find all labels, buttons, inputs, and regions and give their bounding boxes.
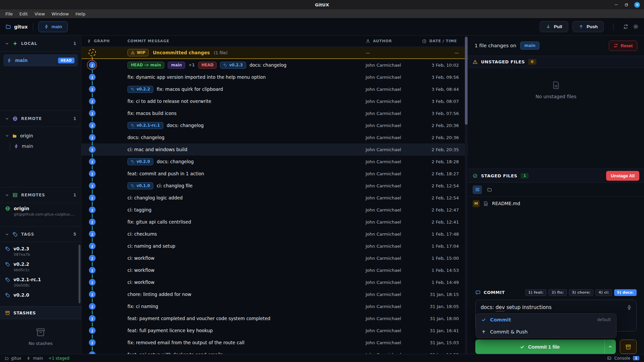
local-branch-main[interactable]: main HEAD	[3, 54, 78, 66]
commit-row[interactable]: JHEAD -> mainmain+1HEADv0.2.3docs: chang…	[82, 59, 468, 71]
menu-file[interactable]: File	[2, 10, 16, 17]
stash-button[interactable]	[620, 340, 637, 354]
tag-badge[interactable]: v0.2.2	[127, 86, 153, 93]
branch-selector-button[interactable]: main	[38, 21, 68, 32]
commit-avatar: J	[89, 243, 96, 249]
remotes-section-label: REMOTES	[21, 193, 45, 197]
changes-branch-badge[interactable]: main	[520, 42, 539, 50]
commit-date: 31 Jan, 14:59	[422, 352, 459, 354]
commit-row[interactable]: Jfix: macos build iconsJohn Carmichael3 …	[82, 107, 468, 119]
commit-message: feat: payment completed and voucher code…	[127, 316, 270, 321]
remote-origin-item[interactable]: origin git@github.com:gitux-co/gitux....	[5, 206, 76, 217]
commit-prefix-chip[interactable]: 2) fix:	[548, 289, 567, 296]
ref-badge[interactable]: HEAD -> main	[127, 62, 164, 69]
commit-message: fix: ci to add to release not overwrite	[127, 99, 211, 104]
commit-row[interactable]: Jci: taggingJohn Carmichael2 Feb, 12:47	[82, 204, 468, 216]
sidebar-scrollbar-thumb[interactable]	[78, 245, 80, 303]
commit-button-main[interactable]: Commit 1 file	[475, 344, 604, 350]
tag-badge[interactable]: v0.2.1-rc.1	[127, 122, 163, 129]
commit-author: John Carmichael	[366, 111, 422, 116]
menu-window[interactable]: Window	[48, 10, 72, 17]
maximize-button[interactable]	[624, 3, 629, 7]
commit-row[interactable]: Jfeat: full payment licence key hookupJo…	[82, 324, 468, 337]
remote-folder-origin[interactable]: origin	[0, 131, 81, 141]
statusbar-repo[interactable]: gitux	[5, 356, 21, 361]
sidebar-section-local[interactable]: LOCAL 1	[0, 36, 81, 52]
commit-row[interactable]: Jci: naming and setupJohn Carmichael1 Fe…	[82, 240, 468, 252]
tag-item[interactable]: v0.2.0	[0, 292, 81, 298]
commit-row[interactable]: Jfix: dynamic app version imported into …	[82, 71, 468, 83]
content: LOCAL 1 main HEAD REMOTE 1 origin	[0, 36, 644, 354]
head-badge: HEAD	[58, 58, 74, 63]
push-arrow-icon	[579, 24, 584, 29]
commit-row[interactable]: Jv0.2.2fix: macos quirk for clipboardJoh…	[82, 83, 468, 95]
commit-row[interactable]: Jci: checkumsJohn Carmichael1 Feb, 17:48	[82, 228, 468, 240]
commit-row[interactable]: Jfix: gitux api calls centrlisedJohn Car…	[82, 216, 468, 228]
commit-row[interactable]: Jfeat: commit and push in 1 actionJohn C…	[82, 168, 468, 180]
branch-icon	[7, 58, 12, 63]
commit-row[interactable]: Jci: mac and windows buildJohn Carmichae…	[82, 143, 468, 156]
commit-prefix-chip[interactable]: 1) feat:	[525, 289, 547, 296]
menu-view[interactable]: View	[31, 10, 48, 17]
commit-row[interactable]: Jv0.2.0docs: changelogJohn Carmichael2 F…	[82, 156, 468, 168]
tag-badge[interactable]: v0.2.0	[127, 158, 153, 165]
tag-badge[interactable]: v0.1.0	[127, 182, 153, 189]
sidebar-section-remote[interactable]: REMOTE 1	[0, 111, 81, 127]
commit-row[interactable]: Jchore: linting added for nowJohn Carmic…	[82, 288, 468, 300]
tag-hash: bbd5c1c	[14, 268, 76, 272]
tag-item[interactable]: v0.2.1-rc.1 20e508c	[0, 277, 81, 288]
tag-item[interactable]: v0.2.2 bbd5c1c	[0, 261, 81, 272]
commit-prefix-chip[interactable]: 4) ci:	[595, 289, 612, 296]
list-view-button[interactable]	[473, 185, 482, 194]
tag-badge[interactable]: v0.2.3	[220, 62, 246, 69]
commit-avatar: J	[89, 62, 96, 68]
commit-message: ci: changlog file	[157, 183, 193, 188]
commit-button[interactable]: Commit 1 file	[475, 340, 616, 354]
commit-row[interactable]: Jci: changlog logic addedJohn Carmichael…	[82, 192, 468, 204]
commit-row[interactable]: Jfeat: api setup with docker to send ema…	[82, 349, 468, 354]
repo-chip[interactable]: gitux	[5, 24, 28, 29]
commit-row[interactable]: Jci: workflowJohn Carmichael1 Feb, 15:00	[82, 252, 468, 264]
statusbar-branch[interactable]: main	[26, 356, 43, 361]
unstage-all-button[interactable]: Unstage All	[606, 171, 639, 181]
settings-gear-icon[interactable]	[633, 24, 639, 29]
reset-button[interactable]: Reset	[609, 41, 637, 51]
remote-folder-name: origin	[20, 133, 33, 138]
wip-row[interactable]: WIP Uncommitted changes (1 file) — —	[82, 47, 468, 59]
commit-row[interactable]: Jci: workflowJohn Carmichael1 Feb, 14:49	[82, 276, 468, 288]
dropdown-item-commit[interactable]: Commit default	[476, 314, 616, 326]
refresh-icon[interactable]	[623, 24, 629, 29]
commit-row[interactable]: Jv0.1.0ci: changlog fileJohn Carmichael2…	[82, 180, 468, 192]
push-button[interactable]: Push	[573, 21, 604, 32]
minimize-button[interactable]	[614, 2, 619, 7]
commit-row[interactable]: Jfix: removed email from the output of t…	[82, 337, 468, 349]
commit-author: John Carmichael	[366, 244, 422, 249]
close-button[interactable]	[634, 2, 640, 8]
dropdown-item-commit-push[interactable]: Commit & Push	[476, 326, 616, 338]
commit-prefix-chip[interactable]: 3) chore:	[569, 289, 594, 296]
statusbar-console[interactable]: Console 1	[607, 356, 639, 361]
pull-button[interactable]: Pull	[540, 21, 568, 32]
commit-prefix-chip[interactable]: 5) docs:	[614, 289, 637, 296]
commit-row[interactable]: Jfix: ci namingJohn Carmichael31 Jan, 18…	[82, 300, 468, 312]
tag-item[interactable]: v0.2.3 087ea7b	[0, 246, 81, 257]
commit-row[interactable]: Jv0.2.1-rc.1docs: changelogJohn Carmicha…	[82, 119, 468, 131]
sidebar-section-remotes[interactable]: REMOTES 1	[0, 187, 81, 203]
menu-help[interactable]: Help	[72, 10, 89, 17]
commit-row[interactable]: Jfix: ci to add to release not overwrite…	[82, 95, 468, 107]
commit-list-scrollbar-thumb[interactable]	[465, 37, 468, 125]
menu-edit[interactable]: Edit	[16, 10, 31, 17]
ref-badge[interactable]: HEAD	[198, 62, 217, 69]
commit-row[interactable]: Jci: workflowJohn Carmichael1 Feb, 14:53	[82, 264, 468, 276]
sidebar-section-stashes[interactable]: STASHES	[0, 306, 81, 319]
commit-row[interactable]: Jfeat: payment completed and voucher cod…	[82, 312, 468, 324]
remote-branch-main[interactable]: main	[0, 141, 81, 152]
ref-badge[interactable]: main	[168, 62, 185, 69]
commit-date: 1 Feb, 14:49	[422, 280, 459, 285]
microphone-icon[interactable]	[627, 305, 632, 310]
sidebar-section-tags[interactable]: TAGS 5	[0, 227, 81, 242]
staged-file-row[interactable]: M README.md	[468, 197, 644, 210]
commit-row[interactable]: Jdocs: changelogJohn Carmichael2 Feb, 20…	[82, 131, 468, 143]
tree-view-button[interactable]	[485, 185, 494, 194]
commit-button-dropdown-toggle[interactable]	[604, 340, 616, 354]
